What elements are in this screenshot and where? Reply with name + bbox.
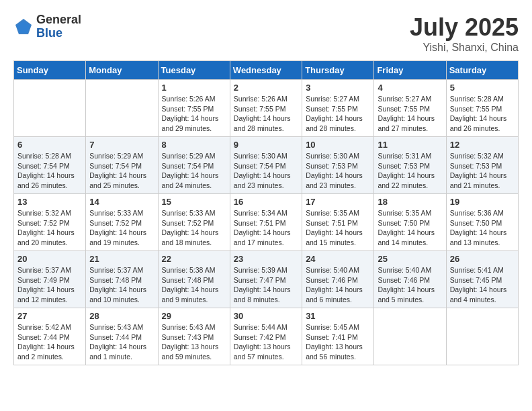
day-info: Sunrise: 5:45 AM Sunset: 7:41 PM Dayligh… <box>306 322 370 362</box>
day-number: 18 <box>378 197 442 207</box>
header-cell-monday: Monday <box>86 61 158 80</box>
calendar-cell: 2Sunrise: 5:26 AM Sunset: 7:55 PM Daylig… <box>230 80 302 137</box>
day-info: Sunrise: 5:36 AM Sunset: 7:50 PM Dayligh… <box>450 208 515 248</box>
day-info: Sunrise: 5:37 AM Sunset: 7:48 PM Dayligh… <box>89 265 154 305</box>
day-number: 8 <box>162 140 226 150</box>
day-number: 11 <box>378 140 442 150</box>
day-number: 27 <box>17 311 82 321</box>
header-cell-thursday: Thursday <box>302 61 374 80</box>
title-block: July 2025 Yishi, Shanxi, China <box>410 13 519 54</box>
calendar-cell: 12Sunrise: 5:32 AM Sunset: 7:53 PM Dayli… <box>446 137 518 194</box>
day-info: Sunrise: 5:26 AM Sunset: 7:55 PM Dayligh… <box>162 94 226 134</box>
logo-text: General Blue <box>36 13 81 40</box>
day-info: Sunrise: 5:42 AM Sunset: 7:44 PM Dayligh… <box>17 322 82 362</box>
calendar-cell: 17Sunrise: 5:35 AM Sunset: 7:51 PM Dayli… <box>302 194 374 251</box>
day-info: Sunrise: 5:33 AM Sunset: 7:52 PM Dayligh… <box>162 208 226 248</box>
calendar-cell: 25Sunrise: 5:40 AM Sunset: 7:46 PM Dayli… <box>374 251 446 308</box>
day-info: Sunrise: 5:40 AM Sunset: 7:46 PM Dayligh… <box>306 265 370 305</box>
calendar-cell: 9Sunrise: 5:30 AM Sunset: 7:54 PM Daylig… <box>230 137 302 194</box>
day-number: 3 <box>306 83 370 93</box>
day-info: Sunrise: 5:30 AM Sunset: 7:54 PM Dayligh… <box>234 151 298 191</box>
day-info: Sunrise: 5:26 AM Sunset: 7:55 PM Dayligh… <box>234 94 298 134</box>
day-number: 19 <box>450 197 515 207</box>
calendar-cell: 20Sunrise: 5:37 AM Sunset: 7:49 PM Dayli… <box>14 251 86 308</box>
calendar-cell: 18Sunrise: 5:35 AM Sunset: 7:50 PM Dayli… <box>374 194 446 251</box>
calendar-week-2: 6Sunrise: 5:28 AM Sunset: 7:54 PM Daylig… <box>14 137 519 194</box>
calendar-cell: 5Sunrise: 5:28 AM Sunset: 7:55 PM Daylig… <box>446 80 518 137</box>
day-info: Sunrise: 5:34 AM Sunset: 7:51 PM Dayligh… <box>234 208 298 248</box>
calendar-cell: 6Sunrise: 5:28 AM Sunset: 7:54 PM Daylig… <box>14 137 86 194</box>
calendar-cell: 30Sunrise: 5:44 AM Sunset: 7:42 PM Dayli… <box>230 308 302 365</box>
header-cell-wednesday: Wednesday <box>230 61 302 80</box>
month-title: July 2025 <box>410 13 519 42</box>
calendar-cell: 3Sunrise: 5:27 AM Sunset: 7:55 PM Daylig… <box>302 80 374 137</box>
day-number: 31 <box>306 311 370 321</box>
day-number: 28 <box>89 311 154 321</box>
header-cell-tuesday: Tuesday <box>158 61 230 80</box>
calendar-body: 1Sunrise: 5:26 AM Sunset: 7:55 PM Daylig… <box>14 80 519 365</box>
logo-blue-text: Blue <box>36 27 81 40</box>
calendar-cell: 4Sunrise: 5:27 AM Sunset: 7:55 PM Daylig… <box>374 80 446 137</box>
day-number: 2 <box>234 83 298 93</box>
day-number: 20 <box>17 254 82 264</box>
calendar-cell: 11Sunrise: 5:31 AM Sunset: 7:53 PM Dayli… <box>374 137 446 194</box>
header-row: SundayMondayTuesdayWednesdayThursdayFrid… <box>14 61 519 80</box>
location-title: Yishi, Shanxi, China <box>410 42 519 54</box>
calendar-cell: 27Sunrise: 5:42 AM Sunset: 7:44 PM Dayli… <box>14 308 86 365</box>
calendar-cell: 21Sunrise: 5:37 AM Sunset: 7:48 PM Dayli… <box>86 251 158 308</box>
calendar-cell: 31Sunrise: 5:45 AM Sunset: 7:41 PM Dayli… <box>302 308 374 365</box>
calendar-cell: 29Sunrise: 5:43 AM Sunset: 7:43 PM Dayli… <box>158 308 230 365</box>
calendar-cell: 13Sunrise: 5:32 AM Sunset: 7:52 PM Dayli… <box>14 194 86 251</box>
day-number: 13 <box>17 197 82 207</box>
day-info: Sunrise: 5:35 AM Sunset: 7:51 PM Dayligh… <box>306 208 370 248</box>
calendar-table: SundayMondayTuesdayWednesdayThursdayFrid… <box>13 60 519 365</box>
day-info: Sunrise: 5:43 AM Sunset: 7:44 PM Dayligh… <box>89 322 154 362</box>
calendar-cell: 7Sunrise: 5:29 AM Sunset: 7:54 PM Daylig… <box>86 137 158 194</box>
day-info: Sunrise: 5:32 AM Sunset: 7:53 PM Dayligh… <box>450 151 515 191</box>
calendar-cell <box>14 80 86 137</box>
day-number: 6 <box>17 140 82 150</box>
calendar-cell: 28Sunrise: 5:43 AM Sunset: 7:44 PM Dayli… <box>86 308 158 365</box>
day-info: Sunrise: 5:32 AM Sunset: 7:52 PM Dayligh… <box>17 208 82 248</box>
calendar-cell: 26Sunrise: 5:41 AM Sunset: 7:45 PM Dayli… <box>446 251 518 308</box>
day-info: Sunrise: 5:28 AM Sunset: 7:55 PM Dayligh… <box>450 94 515 134</box>
header-cell-sunday: Sunday <box>14 61 86 80</box>
calendar-week-1: 1Sunrise: 5:26 AM Sunset: 7:55 PM Daylig… <box>14 80 519 137</box>
calendar-cell: 24Sunrise: 5:40 AM Sunset: 7:46 PM Dayli… <box>302 251 374 308</box>
day-number: 14 <box>89 197 154 207</box>
day-number: 16 <box>234 197 298 207</box>
day-number: 22 <box>162 254 226 264</box>
day-info: Sunrise: 5:44 AM Sunset: 7:42 PM Dayligh… <box>234 322 298 362</box>
logo: General Blue <box>13 13 81 40</box>
calendar-header: SundayMondayTuesdayWednesdayThursdayFrid… <box>14 61 519 80</box>
calendar-cell: 10Sunrise: 5:30 AM Sunset: 7:53 PM Dayli… <box>302 137 374 194</box>
logo-general-text: General <box>36 13 81 27</box>
day-info: Sunrise: 5:27 AM Sunset: 7:55 PM Dayligh… <box>378 94 442 134</box>
day-info: Sunrise: 5:40 AM Sunset: 7:46 PM Dayligh… <box>378 265 442 305</box>
page-header: General Blue July 2025 Yishi, Shanxi, Ch… <box>13 13 519 54</box>
calendar-cell: 14Sunrise: 5:33 AM Sunset: 7:52 PM Dayli… <box>86 194 158 251</box>
logo-icon <box>13 17 34 37</box>
calendar-week-3: 13Sunrise: 5:32 AM Sunset: 7:52 PM Dayli… <box>14 194 519 251</box>
calendar-cell <box>374 308 446 365</box>
header-cell-friday: Friday <box>374 61 446 80</box>
calendar-week-5: 27Sunrise: 5:42 AM Sunset: 7:44 PM Dayli… <box>14 308 519 365</box>
day-info: Sunrise: 5:27 AM Sunset: 7:55 PM Dayligh… <box>306 94 370 134</box>
day-info: Sunrise: 5:35 AM Sunset: 7:50 PM Dayligh… <box>378 208 442 248</box>
day-number: 7 <box>89 140 154 150</box>
calendar-cell: 8Sunrise: 5:29 AM Sunset: 7:54 PM Daylig… <box>158 137 230 194</box>
day-number: 24 <box>306 254 370 264</box>
calendar-cell: 19Sunrise: 5:36 AM Sunset: 7:50 PM Dayli… <box>446 194 518 251</box>
calendar-week-4: 20Sunrise: 5:37 AM Sunset: 7:49 PM Dayli… <box>14 251 519 308</box>
day-info: Sunrise: 5:30 AM Sunset: 7:53 PM Dayligh… <box>306 151 370 191</box>
day-number: 5 <box>450 83 515 93</box>
calendar-cell: 16Sunrise: 5:34 AM Sunset: 7:51 PM Dayli… <box>230 194 302 251</box>
day-info: Sunrise: 5:29 AM Sunset: 7:54 PM Dayligh… <box>89 151 154 191</box>
day-number: 26 <box>450 254 515 264</box>
day-info: Sunrise: 5:33 AM Sunset: 7:52 PM Dayligh… <box>89 208 154 248</box>
calendar-cell: 15Sunrise: 5:33 AM Sunset: 7:52 PM Dayli… <box>158 194 230 251</box>
day-number: 29 <box>162 311 226 321</box>
calendar-cell <box>446 308 518 365</box>
day-number: 10 <box>306 140 370 150</box>
day-info: Sunrise: 5:29 AM Sunset: 7:54 PM Dayligh… <box>162 151 226 191</box>
